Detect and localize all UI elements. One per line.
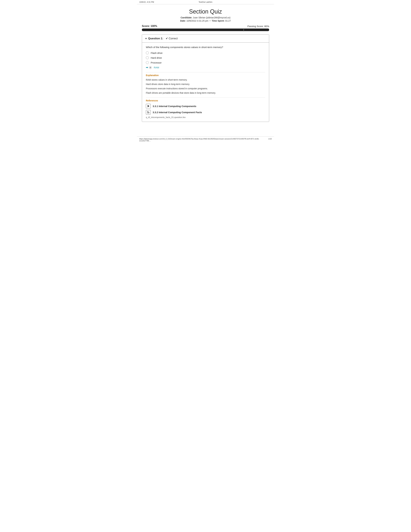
explanation-title: Explanation	[146, 74, 265, 76]
page-title: Section Quiz	[142, 8, 269, 15]
progress-marker	[243, 28, 244, 31]
option-item-4: ➡ RAM	[146, 66, 265, 69]
option-radio-3	[146, 61, 149, 64]
option-item-1: Flash drive	[146, 51, 265, 54]
candidate-info: Candidate: Juan Sibrian (jsibrian266@myc…	[142, 16, 269, 19]
passing-score: Passing Score: 80%	[247, 25, 269, 28]
option-radio-4	[149, 66, 152, 69]
collapse-arrow-icon[interactable]: ▼	[145, 37, 147, 40]
date-label: Date:	[180, 19, 186, 22]
candidate-label: Candidate:	[180, 16, 192, 19]
date-info: Date: 10/6/2022 4:31:25 pm • Time Spent:…	[142, 19, 269, 22]
list-lines-icon	[147, 111, 149, 113]
reference-item-2[interactable]: 3.3.2 Internal Computing Component Facts	[146, 110, 265, 114]
option-item-2: Hard drive	[146, 56, 265, 59]
browser-app-title: TestOut LabSim	[199, 1, 212, 3]
references-title: References	[146, 99, 265, 102]
list-icon	[146, 110, 151, 114]
browser-bar: 10/6/22, 4:31 PM TestOut LabSim	[137, 0, 274, 4]
option-radio-1	[146, 51, 149, 54]
question-number: Question 1:	[148, 37, 163, 40]
question-header-1: ▼ Question 1: ✔ Correct	[142, 35, 269, 43]
option-label-3: Processor	[151, 61, 162, 64]
time-spent-value: 01:27	[225, 19, 231, 22]
reference-label-2: 3.3.2 Internal Computing Component Facts	[153, 111, 202, 114]
footer-url: https://labsimapp.testout.com/v6_0_516/e…	[139, 138, 268, 142]
footer-bar: https://labsimapp.testout.com/v6_0_516/e…	[137, 136, 274, 143]
date-value: 10/6/2022 4:31:25 pm	[187, 19, 208, 22]
option-label-1: Flash drive	[151, 52, 162, 54]
list-line-2	[147, 112, 149, 112]
explanation-line-3: Processors execute instructions stored i…	[146, 87, 265, 90]
explanation-line-1: RAM stores values in short-term memory.	[146, 78, 265, 82]
progress-bar	[142, 28, 269, 31]
reference-item-1[interactable]: 3.3.1 Internal Computing Components	[146, 104, 265, 108]
question-body-1: Which of the following components stores…	[142, 43, 269, 122]
explanation-line-2: Hard drives store data in long-term memo…	[146, 83, 265, 86]
list-line-3	[147, 113, 149, 113]
explanation-section: Explanation RAM stores values in short-t…	[146, 72, 265, 95]
time-spent-label: Time Spent:	[212, 19, 224, 22]
score-value: Score: 100%	[142, 25, 157, 28]
references-section: References 3.3.1 Internal Computing Comp…	[146, 97, 265, 118]
option-item-3: Processor	[146, 61, 265, 64]
question-card-1: ▼ Question 1: ✔ Correct Which of the fol…	[142, 34, 269, 122]
reference-label-1: 3.3.1 Internal Computing Components	[153, 105, 196, 107]
video-icon	[146, 104, 151, 108]
progress-bar-fill	[142, 28, 269, 31]
question-text: Which of the following components stores…	[146, 46, 265, 48]
options-list: Flash drive Hard drive Processor ➡ RAM	[146, 51, 265, 69]
correct-label: Correct	[168, 37, 177, 40]
candidate-email: (jsibrian266@mycod.us)	[206, 16, 230, 19]
list-line-1	[147, 111, 149, 112]
option-label-4: RAM	[154, 66, 159, 69]
question-id: q_itf_intcomponents_facts_01.question.fe…	[146, 116, 265, 118]
browser-datetime: 10/6/22, 4:31 PM	[139, 1, 154, 3]
page-content: Section Quiz Candidate: Juan Sibrian (js…	[137, 8, 274, 130]
footer-page-info: 1/10	[268, 138, 272, 142]
play-triangle-icon	[148, 105, 149, 107]
option-radio-2	[146, 56, 149, 59]
check-icon: ✔	[166, 37, 168, 40]
score-row: Score: 100% Passing Score: 80%	[142, 25, 269, 28]
candidate-name: Juan Sibrian	[193, 16, 206, 19]
option-label-2: Hard drive	[151, 57, 162, 59]
explanation-line-4: Flash drives are portable devices that s…	[146, 91, 265, 95]
correct-badge: ✔ Correct	[166, 37, 177, 40]
selected-arrow-icon: ➡	[146, 66, 148, 69]
